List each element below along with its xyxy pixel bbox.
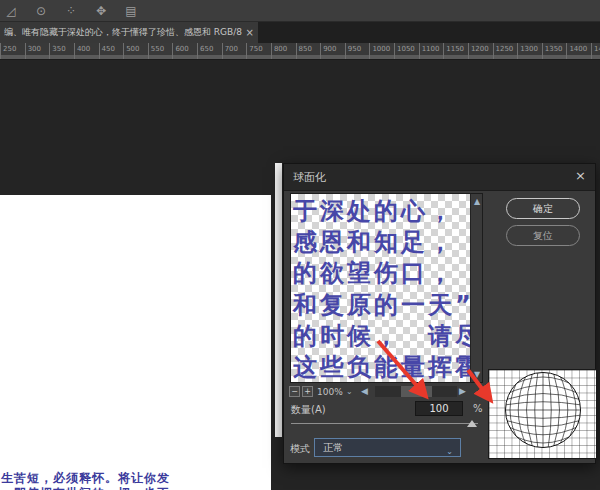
ruler-label: 1150 <box>443 43 468 59</box>
ruler-label: 1200 <box>468 43 493 59</box>
sphere-wireframe-graphic <box>489 370 596 458</box>
dialog-title: 球面化 <box>293 170 326 185</box>
video-icon[interactable]: ▤ <box>122 4 140 18</box>
mode-selected-value: 正常 <box>323 442 343 453</box>
document-tab-title: 编、唯有隐藏于深处的心，终于懂得了珍惜、感恩和 RGB/8) * <box>4 26 242 39</box>
ruler-label: 900 <box>320 43 345 59</box>
ruler-label: 500 <box>123 43 148 59</box>
ruler-label: 350 <box>49 43 74 59</box>
document-text-line: ，即使拥有世间的一切，也不 <box>1 486 271 490</box>
preview-text-line: 的时候， 请尽情发 <box>293 321 470 352</box>
ruler-label: 1400 <box>566 43 591 59</box>
photoshop-window: ◿ ⊙ ⁘ ✥ ▤ 编、唯有隐藏于深处的心，终于懂得了珍惜、感恩和 RGB/8)… <box>0 0 600 490</box>
ruler-label: 300 <box>25 43 50 59</box>
mode-label: 模式 <box>290 442 310 456</box>
dialog-close-icon[interactable]: × <box>575 169 586 182</box>
preview-text: 于深处的心， 终于感恩和知足， 那个的欲望伤口， 才有和复原的一天”的时候， 请… <box>293 196 470 382</box>
ruler-label: 250 <box>0 43 25 59</box>
scroll-left-icon[interactable]: ◀ <box>361 386 368 396</box>
ruler-label: 600 <box>172 43 197 59</box>
tab-bar: 编、唯有隐藏于深处的心，终于懂得了珍惜、感恩和 RGB/8) * × <box>0 22 600 43</box>
ruler-label: 1350 <box>542 43 567 59</box>
document-page[interactable]: 生苦短，必须释怀。将让你发，即使拥有世间的一切，也不使人获得真正的满足和幸福，有… <box>0 195 271 490</box>
document-text: 生苦短，必须释怀。将让你发，即使拥有世间的一切，也不使人获得真正的满足和幸福，有… <box>1 471 271 490</box>
horizontal-scroll-thumb[interactable] <box>401 386 432 397</box>
preview-text-line: 和复原的一天” <box>293 290 470 321</box>
horizontal-ruler: 2503003504004505005506006507007508008509… <box>0 43 600 60</box>
ruler-label: 1250 <box>493 43 518 59</box>
scroll-right-icon[interactable]: ▶ <box>459 386 466 396</box>
zoom-percentage[interactable]: 100% <box>317 387 343 397</box>
zoom-out-button[interactable]: − <box>289 386 300 397</box>
filter-preview-image[interactable]: 于深处的心， 终于感恩和知足， 那个的欲望伤口， 才有和复原的一天”的时候， 请… <box>291 194 470 382</box>
zoom-in-button[interactable]: + <box>302 386 313 397</box>
amount-slider-track <box>291 423 478 424</box>
mode-chevron-icon: ⌄ <box>446 443 453 460</box>
tool-partial-icon[interactable]: ◿ <box>2 4 20 18</box>
ruler-label: 950 <box>345 43 370 59</box>
amount-input[interactable]: 100 <box>415 401 463 416</box>
reset-button[interactable]: 复位 <box>506 225 580 246</box>
filter-preview-frame: 于深处的心， 终于感恩和知足， 那个的欲望伤口， 才有和复原的一天”的时候， 请… <box>290 193 483 383</box>
mode-dropdown[interactable]: 正常 ⌄ <box>314 438 461 457</box>
dialog-left-edge <box>275 163 282 437</box>
scroll-up-icon[interactable]: ▲ <box>471 197 483 206</box>
amount-label: 数量(A) <box>291 403 326 417</box>
ruler-label: 850 <box>296 43 321 59</box>
amount-slider-handle[interactable] <box>467 420 477 427</box>
rotate-view-icon[interactable]: ⊙ <box>32 4 50 18</box>
move-icon[interactable]: ✥ <box>92 4 110 18</box>
options-bar: ◿ ⊙ ⁘ ✥ ▤ <box>0 0 600 22</box>
spherize-dialog: 球面化 × 于深处的心， 终于感恩和知足， 那个的欲望伤口， 才有和复原的一天”… <box>283 163 596 464</box>
ruler-label: 800 <box>271 43 296 59</box>
preview-text-line: 于深处的心， 终于 <box>293 196 470 227</box>
ruler-label: 1000 <box>369 43 394 59</box>
ruler-label: 1100 <box>419 43 444 59</box>
preview-text-line: 感恩和知足， 那个 <box>293 227 470 258</box>
preview-horizontal-scrollbar[interactable] <box>375 386 457 397</box>
ruler-label: 1050 <box>394 43 419 59</box>
preview-zoom-row: − + 100% ⌄ ◀ ▶ <box>284 385 484 400</box>
ruler-label: 550 <box>148 43 173 59</box>
align-icon[interactable]: ⁘ <box>62 4 80 18</box>
scroll-down-icon[interactable]: ▼ <box>471 370 483 379</box>
zoom-chevron-icon[interactable]: ⌄ <box>346 387 353 396</box>
preview-vertical-scrollbar[interactable]: ▲ ▼ <box>470 194 482 382</box>
document-text-line: 生苦短，必须释怀。将让你发 <box>1 471 271 486</box>
amount-slider[interactable] <box>291 420 478 428</box>
ruler-label: 400 <box>74 43 99 59</box>
ruler-label: 1300 <box>517 43 542 59</box>
preview-text-line: 的欲望伤口， 才有 <box>293 258 470 289</box>
ruler-label: 1450 <box>591 43 600 59</box>
ruler-label: 450 <box>99 43 124 59</box>
dialog-titlebar[interactable]: 球面化 × <box>284 164 595 191</box>
amount-unit: % <box>473 403 483 414</box>
document-tab[interactable]: 编、唯有隐藏于深处的心，终于懂得了珍惜、感恩和 RGB/8) * × <box>0 22 258 43</box>
sphere-wireframe-preview <box>488 369 597 459</box>
ruler-label: 750 <box>246 43 271 59</box>
preview-text-line: 这些负能量挥霍殆 <box>293 352 470 382</box>
ruler-label: 650 <box>197 43 222 59</box>
tab-close-icon[interactable]: × <box>246 27 254 38</box>
ok-button[interactable]: 确定 <box>506 198 580 219</box>
ruler-label: 700 <box>222 43 247 59</box>
